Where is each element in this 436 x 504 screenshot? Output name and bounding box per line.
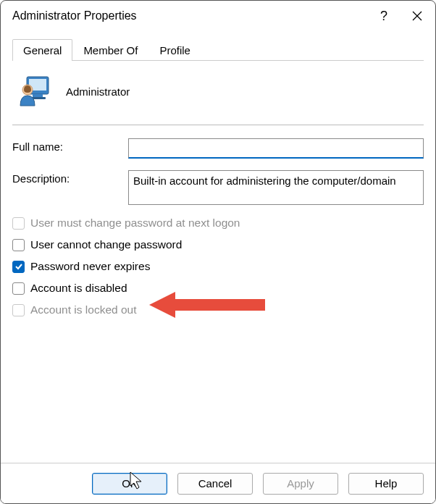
close-button[interactable] [401, 1, 434, 31]
help-icon: ? [380, 9, 387, 24]
description-label: Description: [12, 170, 121, 185]
checkbox-icon [12, 239, 25, 251]
chk-cannot-change-password[interactable]: User cannot change password [12, 238, 424, 251]
button-bar: OK Cancel Apply Help [1, 463, 435, 503]
chk-label: User must change password at next logon [30, 217, 240, 230]
apply-button[interactable]: Apply [263, 473, 338, 495]
checkbox-icon [12, 304, 25, 316]
chk-account-locked-out: Account is locked out [12, 303, 424, 316]
chk-label: Account is locked out [30, 303, 136, 316]
tab-label: General [23, 44, 62, 56]
checkbox-icon [12, 217, 25, 230]
row-full-name: Full name: [12, 138, 424, 159]
cancel-button[interactable]: Cancel [177, 473, 253, 495]
tab-profile[interactable]: Profile [148, 39, 201, 61]
close-icon [412, 11, 422, 21]
user-display-name: Administrator [66, 85, 130, 98]
tab-label: Profile [159, 44, 190, 56]
chk-label: Password never expires [30, 260, 150, 273]
full-name-input[interactable] [128, 138, 424, 159]
chk-account-disabled[interactable]: Account is disabled [12, 282, 424, 295]
row-description: Description: [12, 170, 424, 205]
checkbox-icon [12, 261, 25, 273]
user-account-icon [18, 74, 53, 109]
tab-member-of[interactable]: Member Of [72, 39, 148, 61]
chk-password-never-expires[interactable]: Password never expires [12, 260, 424, 273]
user-header: Administrator [12, 61, 424, 122]
svg-rect-4 [33, 94, 43, 97]
window-title: Administrator Properties [12, 9, 367, 22]
chk-label: Account is disabled [30, 282, 127, 295]
dialog-content: General Member Of Profile Administrator … [1, 31, 435, 316]
chk-must-change-password: User must change password at next logon [12, 217, 424, 230]
tab-label: Member Of [83, 44, 138, 56]
chk-label: User cannot change password [30, 238, 182, 251]
checkbox-icon [12, 282, 25, 295]
tab-strip: General Member Of Profile [12, 37, 424, 61]
checkbox-group: User must change password at next logon … [12, 217, 424, 316]
full-name-label: Full name: [12, 138, 121, 153]
help-button-bottom[interactable]: Help [348, 473, 424, 495]
title-bar: Administrator Properties ? [1, 1, 435, 31]
help-button[interactable]: ? [367, 1, 401, 31]
tab-general[interactable]: General [12, 39, 72, 61]
description-input[interactable] [128, 170, 424, 205]
ok-button[interactable]: OK [92, 473, 167, 495]
divider [12, 125, 424, 125]
